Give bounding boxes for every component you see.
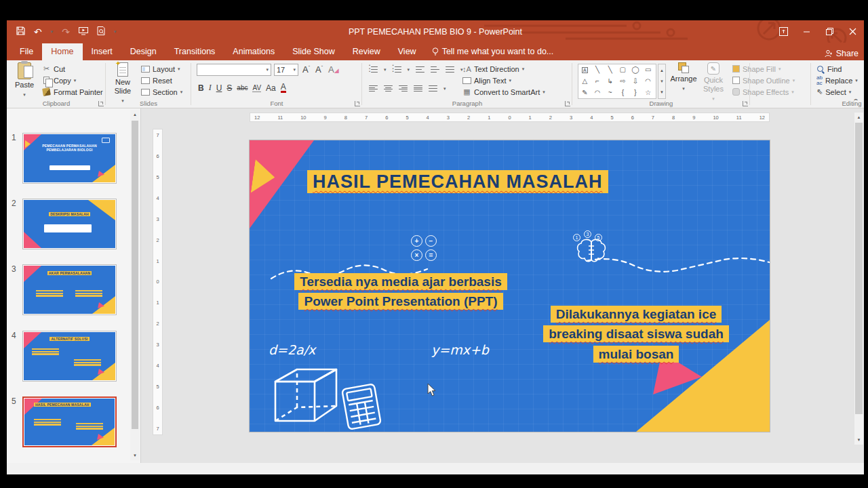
close-icon[interactable] [841,20,864,43]
font-style-button[interactable]: A [281,83,286,93]
shape-outline-button[interactable]: Shape Outline▾ [732,75,795,86]
collapse-ribbon-button[interactable]: ˆ [854,98,858,106]
align-text-button[interactable]: Align Text▾ [462,75,511,86]
thumbnail-slide-4[interactable]: ALTERNATIF SOLUSI [22,331,117,382]
shape-gallery-item[interactable]: ↳ [607,78,612,85]
shape-gallery-item[interactable]: A [582,67,588,73]
text-direction-button[interactable]: ↕AText Direction▾ [462,63,524,75]
shape-gallery-item[interactable]: △ [582,78,587,85]
thumbnail-scrollbar[interactable]: ▲ ▼ [130,110,140,460]
section-button[interactable]: Section▾ [141,86,182,98]
thumbnail-slide-3[interactable]: AKAR PERMASALAHAN [22,264,117,315]
slide-canvas[interactable]: HASIL PEMECAHAN MASALAH + − × = 1 3 5 [250,140,770,432]
line-spacing-icon[interactable] [446,66,454,73]
slide-bullet-left-textbox[interactable]: Tersedia nya media ajar berbasis Power P… [282,272,519,312]
tell-me-box[interactable]: Tell me what you want to do... [425,43,561,60]
slide-title-textbox[interactable]: HASIL PEMECAHAN MASALAH [307,171,608,192]
font-style-button[interactable]: abc [237,84,248,92]
shape-gallery-item[interactable]: ◯ [631,66,639,73]
replace-button[interactable]: abacReplace▾ [816,75,858,86]
shape-gallery-item[interactable]: { [622,89,624,96]
tab-review[interactable]: Review [344,43,389,60]
thumbnail-slide-5-selected[interactable]: HASIL PEMECAHAN MASALAH [22,396,117,447]
align-right-icon[interactable] [399,85,408,92]
tab-design[interactable]: Design [121,43,165,60]
save-icon[interactable] [16,26,25,37]
bullets-icon[interactable] [369,66,378,73]
decrease-indent-icon[interactable] [416,66,425,73]
shape-gallery-scrollbar[interactable]: ▲▾▼ [658,64,666,99]
clipboard-dialog-launcher[interactable] [98,101,104,106]
shape-gallery-item[interactable]: ◠ [595,89,601,96]
align-center-icon[interactable] [384,85,393,92]
font-style-button[interactable]: B [198,83,204,93]
shape-gallery-item[interactable]: ⌐ [595,78,599,85]
undo-dropdown-icon[interactable]: ▾ [51,29,54,35]
customize-qat-icon[interactable]: ▾ [114,29,117,35]
tab-slide-show[interactable]: Slide Show [283,43,344,60]
paragraph-dialog-launcher[interactable] [565,101,570,106]
font-name-combo[interactable]: ▾ [197,64,271,76]
clear-formatting-button[interactable]: A◢ [328,64,339,75]
cut-button[interactable]: ✂Cut [42,63,65,75]
select-button[interactable]: ⇖Select▾ [816,86,851,98]
shape-gallery-item[interactable]: ▭ [645,66,651,73]
shrink-font-button[interactable]: Aˇ [315,64,323,75]
tab-home[interactable]: Home [42,43,82,60]
numbering-icon[interactable] [393,66,401,73]
columns-icon[interactable] [429,85,437,92]
copy-button[interactable]: Copy▾ [42,75,76,86]
section-icon [141,87,150,96]
shape-gallery-item[interactable]: ╲ [595,66,599,73]
thumbnail-scrollbar-thumb[interactable] [132,121,138,429]
shape-gallery-item[interactable]: ⇨ [620,78,625,85]
new-slide-button[interactable]: ✦ New Slide ▾ [108,62,138,104]
shape-gallery-item[interactable]: } [634,89,636,96]
editor-scrollbar-thumb[interactable] [855,123,863,414]
restore-icon[interactable] [818,20,841,43]
font-style-button[interactable]: S [226,83,232,93]
shape-gallery-item[interactable]: ⇩ [633,78,638,85]
tab-file[interactable]: File [11,43,42,60]
tab-animations[interactable]: Animations [224,43,283,60]
tab-view[interactable]: View [389,43,425,60]
shape-gallery-item[interactable]: ▢ [620,66,626,73]
font-style-button[interactable]: I [209,83,212,93]
minimize-icon[interactable] [795,20,818,43]
tab-insert[interactable]: Insert [83,43,121,60]
grow-font-button[interactable]: Aˆ [302,64,310,75]
font-size-combo[interactable]: 17▾ [274,64,298,76]
reset-button[interactable]: Reset [141,75,172,86]
font-style-button[interactable]: U [216,83,222,93]
find-button[interactable]: Find [816,63,842,75]
convert-smartart-button[interactable]: ▦Convert to SmartArt▾ [462,86,545,98]
arrange-button[interactable]: Arrange ▾ [669,62,698,92]
editor-scrollbar[interactable]: ▲ ▼ [854,113,863,445]
layout-button[interactable]: Layout▾ [141,63,180,75]
justify-icon[interactable] [414,85,422,92]
shape-fill-button[interactable]: Shape Fill▾ [732,63,781,75]
thumbnail-slide-1[interactable]: PEMECAHAN PERMASALAHAN PEMBELAJARAN BIOL… [22,133,117,184]
slide-bullet-right-textbox[interactable]: Dilakukannya kegiatan ice breaking disaa… [534,304,738,364]
shape-gallery-item[interactable]: ~ [608,89,612,96]
undo-icon[interactable]: ↶ [34,27,42,37]
increase-indent-icon[interactable] [431,66,439,73]
shape-effects-button[interactable]: Shape Effects▾ [732,86,794,98]
shape-gallery-item[interactable]: ◠ [645,78,651,85]
font-style-button[interactable]: AV [252,84,261,92]
quick-styles-button[interactable]: ✎ Quick Styles ▾ [698,62,728,102]
font-dialog-launcher[interactable] [355,101,360,106]
print-preview-icon[interactable] [97,26,105,37]
shape-gallery-item[interactable]: ☆ [645,89,651,96]
tab-transitions[interactable]: Transitions [165,43,224,60]
shape-gallery-item[interactable]: ✎ [582,89,587,96]
start-slideshow-icon[interactable] [79,27,88,37]
shape-gallery-item[interactable]: ╲ [608,66,612,73]
font-style-button[interactable]: Aa [266,83,276,93]
share-button[interactable]: Share [825,49,859,58]
thumbnail-slide-2[interactable]: DESKRIPSI MASALAH [22,199,117,249]
align-left-icon[interactable] [369,85,378,92]
format-painter-button[interactable]: Format Painter [42,86,103,98]
paste-button[interactable]: Paste ▾ [9,62,39,98]
ribbon-display-options-icon[interactable] [772,20,795,43]
